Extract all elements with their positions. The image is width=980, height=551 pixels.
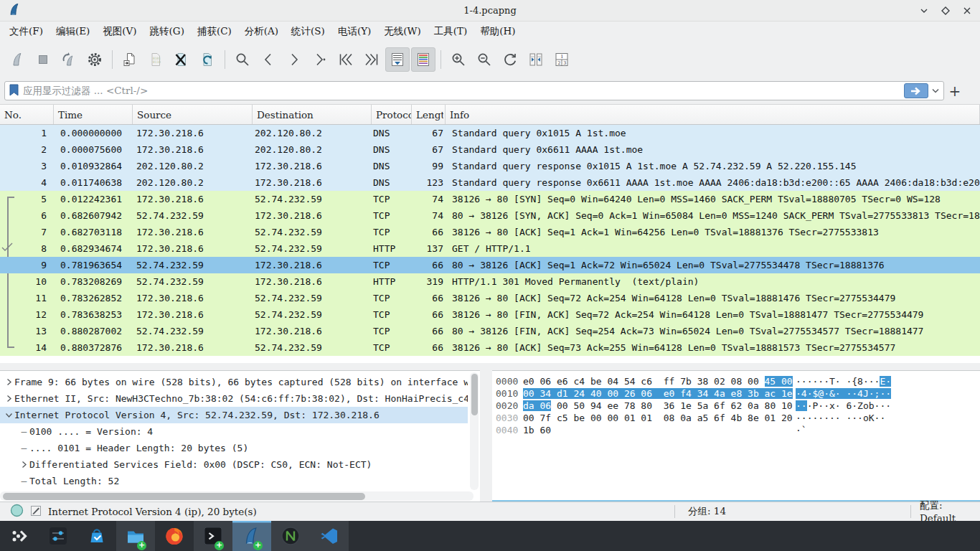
detail-line[interactable]: Ethernet II, Src: NewH3CTechno_7b:38:02 … bbox=[0, 390, 468, 407]
reload-file-button[interactable] bbox=[195, 47, 220, 72]
minimize-icon[interactable] bbox=[917, 4, 931, 18]
taskbar-app-firefox[interactable] bbox=[155, 521, 194, 551]
packet-row[interactable]: 110.783262852172.30.218.652.74.232.59TCP… bbox=[0, 290, 980, 306]
detail-line[interactable]: Differentiated Services Field: 0x00 (DSC… bbox=[0, 456, 468, 473]
colorize-button[interactable] bbox=[411, 47, 435, 72]
packet-row[interactable]: 60.68260794252.74.232.59172.30.218.6TCP7… bbox=[0, 207, 980, 224]
hex-row[interactable]: 003000 7f c5 be 00 00 01 01 08 0a a5 6f … bbox=[492, 412, 980, 424]
close-icon[interactable] bbox=[960, 4, 974, 18]
filter-bookmark-icon[interactable] bbox=[8, 83, 20, 99]
status-profile[interactable]: 配置: Default bbox=[911, 499, 980, 524]
taskbar-app-wireshark[interactable]: + bbox=[232, 521, 271, 551]
menu-item-5[interactable]: 分析(A) bbox=[238, 23, 285, 40]
column-header-protocol[interactable]: Protocol bbox=[372, 105, 412, 124]
add-filter-button-icon[interactable]: + bbox=[944, 81, 966, 100]
hex-row[interactable]: 0020da 06 00 50 94 ee 78 80 36 1e 5a 6f … bbox=[492, 400, 980, 412]
expander-icon[interactable] bbox=[4, 378, 14, 386]
packet-row[interactable]: 120.783638253172.30.218.652.74.232.59TCP… bbox=[0, 306, 980, 323]
close-file-button[interactable] bbox=[169, 47, 194, 72]
expander-icon[interactable] bbox=[19, 461, 29, 468]
expander-icon[interactable] bbox=[4, 411, 14, 419]
restart-capture-button[interactable] bbox=[57, 47, 81, 72]
column-header-source[interactable]: Source bbox=[133, 105, 253, 124]
ascii-bytes[interactable]: ········ ···oK·· bbox=[796, 412, 885, 424]
hex-row[interactable]: 00401b 60·` bbox=[492, 424, 980, 436]
detail-line[interactable]: Internet Protocol Version 4, Src: 52.74.… bbox=[0, 407, 468, 423]
zoom-reset-button[interactable] bbox=[498, 47, 522, 72]
start-capture-button[interactable] bbox=[5, 47, 29, 72]
menu-item-0[interactable]: 文件(F) bbox=[3, 23, 50, 40]
filter-history-caret[interactable] bbox=[930, 83, 941, 98]
scrollbar-thumb[interactable] bbox=[471, 374, 478, 415]
stop-capture-button[interactable] bbox=[31, 47, 55, 72]
detail-line[interactable]: –0100 .... = Version: 4 bbox=[0, 423, 468, 440]
hex-bytes[interactable]: e0 06 e6 c4 be 04 54 c6 ff 7b 38 02 08 0… bbox=[523, 375, 796, 387]
taskbar-app-discover[interactable] bbox=[77, 521, 116, 551]
horizontal-splitter[interactable] bbox=[0, 363, 980, 370]
hex-bytes[interactable]: 00 7f c5 be 00 00 01 01 08 0a a5 6f 4b 8… bbox=[523, 412, 796, 424]
maximize-icon[interactable] bbox=[938, 4, 953, 18]
apply-filter-button[interactable] bbox=[904, 83, 928, 98]
hex-dump-pane[interactable]: 0000e0 06 e6 c4 be 04 54 c6 ff 7b 38 02 … bbox=[492, 370, 980, 500]
menu-item-4[interactable]: 捕获(C) bbox=[191, 23, 238, 40]
menu-item-3[interactable]: 跳转(G) bbox=[143, 23, 191, 40]
packet-row[interactable]: 70.682703118172.30.218.652.74.232.59TCP6… bbox=[0, 224, 980, 240]
go-forward-button[interactable] bbox=[282, 47, 306, 72]
menu-item-1[interactable]: 编辑(E) bbox=[50, 23, 96, 40]
expander-icon[interactable] bbox=[4, 395, 14, 402]
find-packet-button[interactable] bbox=[230, 47, 255, 72]
go-last-button[interactable] bbox=[359, 47, 384, 72]
hex-bytes[interactable]: 1b 60 bbox=[523, 424, 796, 436]
vertical-splitter[interactable] bbox=[480, 370, 492, 501]
hex-bytes[interactable]: da 06 00 50 94 ee 78 80 36 1e 5a 6f 62 0… bbox=[523, 400, 796, 412]
ascii-bytes[interactable]: ·` bbox=[796, 424, 807, 436]
packet-row[interactable]: 40.011740638202.120.80.2172.30.218.6DNS1… bbox=[0, 174, 980, 191]
detail-line[interactable]: –.... 0101 = Header Length: 20 bytes (5) bbox=[0, 440, 468, 456]
zoom-out-button[interactable] bbox=[472, 47, 496, 72]
packet-row[interactable]: 100.78320826952.74.232.59172.30.218.6HTT… bbox=[0, 273, 980, 290]
menu-item-9[interactable]: 工具(T) bbox=[428, 23, 474, 40]
hex-bytes[interactable]: 00 34 d1 24 40 00 26 06 e0 f4 34 4a e8 3… bbox=[523, 387, 796, 400]
ascii-bytes[interactable]: ·4·$@·&· ··4J·;·· bbox=[796, 387, 891, 400]
hex-row[interactable]: 001000 34 d1 24 40 00 26 06 e0 f4 34 4a … bbox=[492, 387, 980, 400]
packet-row[interactable]: 20.000075600172.30.218.6202.120.80.2DNS6… bbox=[0, 141, 980, 158]
taskbar-app-neovim[interactable] bbox=[271, 521, 310, 551]
detail-line[interactable]: Frame 9: 66 bytes on wire (528 bits), 66… bbox=[0, 374, 468, 390]
expert-info-icon[interactable] bbox=[10, 504, 24, 519]
go-first-button[interactable] bbox=[334, 47, 358, 72]
go-to-packet-button[interactable] bbox=[308, 47, 332, 72]
hex-row[interactable]: 0000e0 06 e6 c4 be 04 54 c6 ff 7b 38 02 … bbox=[492, 375, 980, 387]
open-file-button[interactable] bbox=[118, 47, 142, 72]
zoom-in-button[interactable] bbox=[446, 47, 471, 72]
column-header-time[interactable]: Time bbox=[54, 105, 133, 124]
column-header-destination[interactable]: Destination bbox=[253, 105, 372, 124]
auto-scroll-button[interactable] bbox=[385, 47, 410, 72]
layout-123-button[interactable]: 123 bbox=[550, 47, 574, 72]
menu-item-7[interactable]: 电话(Y) bbox=[331, 23, 377, 40]
detail-vertical-scrollbar[interactable] bbox=[470, 372, 479, 490]
packet-row[interactable]: 130.88028700252.74.232.59172.30.218.6TCP… bbox=[0, 323, 980, 339]
taskbar-app-file-manager[interactable]: + bbox=[116, 521, 155, 551]
save-file-button[interactable]: 01010110 bbox=[143, 47, 168, 72]
menu-item-10[interactable]: 帮助(H) bbox=[473, 23, 522, 40]
taskbar-app-system-settings[interactable] bbox=[39, 521, 77, 551]
packet-row[interactable]: 50.012242361172.30.218.652.74.232.59TCP7… bbox=[0, 191, 980, 207]
detail-horizontal-scrollbar[interactable] bbox=[0, 491, 473, 501]
menu-item-2[interactable]: 视图(V) bbox=[96, 23, 143, 40]
menu-item-8[interactable]: 无线(W) bbox=[377, 23, 427, 40]
detail-line[interactable]: –Total Length: 52 bbox=[0, 473, 468, 489]
column-header-length[interactable]: Length bbox=[412, 105, 446, 124]
go-back-button[interactable] bbox=[256, 47, 281, 72]
packet-row[interactable]: 80.682934674172.30.218.652.74.232.59HTTP… bbox=[0, 240, 980, 257]
ascii-bytes[interactable]: ······T· ·{8···E· bbox=[796, 375, 891, 387]
scrollbar-thumb[interactable] bbox=[3, 493, 365, 500]
capture-comment-icon[interactable] bbox=[29, 504, 42, 519]
packet-row[interactable]: 10.000000000172.30.218.6202.120.80.2DNS6… bbox=[0, 125, 980, 141]
column-header-info[interactable]: Info bbox=[446, 105, 980, 124]
taskbar-app-vscode[interactable] bbox=[310, 521, 349, 551]
taskbar-app-app-launcher[interactable] bbox=[0, 521, 39, 551]
taskbar-app-terminal[interactable]: + bbox=[194, 521, 232, 551]
packet-row[interactable]: 90.78196365452.74.232.59172.30.218.6TCP6… bbox=[0, 257, 980, 273]
display-filter-input[interactable]: 应用显示过滤器 ... <Ctrl-/> bbox=[4, 81, 944, 100]
ascii-bytes[interactable]: ···P··x· 6·Zob··· bbox=[796, 400, 891, 412]
